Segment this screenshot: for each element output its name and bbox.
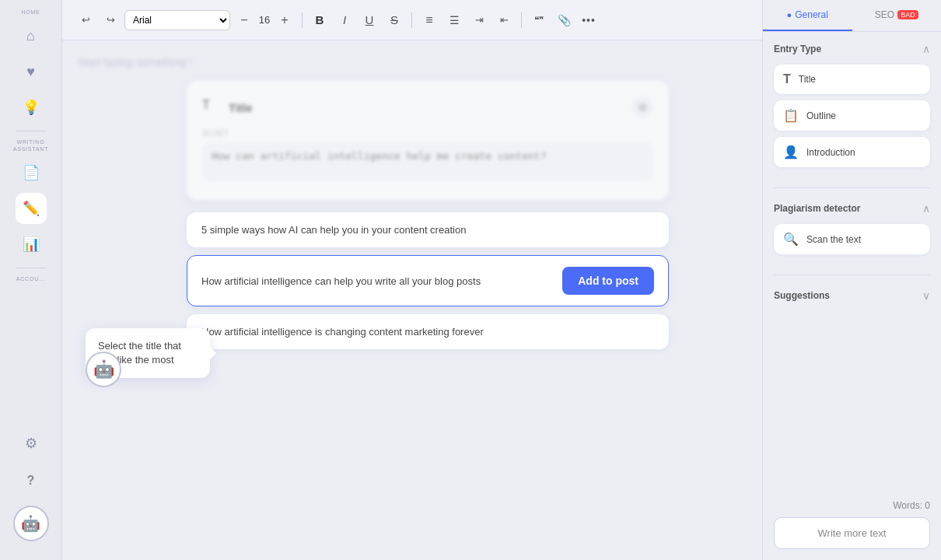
align-button[interactable]: ≡ [418, 9, 440, 31]
help-icon[interactable]: ? [16, 465, 47, 496]
plagiarism-header: Plagiarism detector ∧ [774, 202, 930, 215]
quote-button[interactable]: ❝❞ [528, 9, 550, 31]
toolbar-sep-1 [302, 12, 303, 28]
write-more-button[interactable]: Write more text [774, 517, 930, 549]
entry-type-title: Entry Type [774, 44, 821, 54]
rp-divider-1 [774, 187, 930, 188]
toolbar-sep-2 [411, 12, 412, 28]
outdent-button[interactable]: ⇤ [493, 9, 515, 31]
font-size-value: 16 [257, 14, 272, 26]
toolbar: ↩ ↪ Arial Times New Roman Georgia − 16 +… [62, 0, 762, 40]
tab-general-label: General [795, 9, 828, 20]
font-family-select[interactable]: Arial Times New Roman Georgia [124, 10, 230, 30]
main-area: ↩ ↪ Arial Times New Roman Georgia − 16 +… [62, 0, 762, 560]
writing-assistant-label: WRITING ASSISTANT [13, 139, 49, 152]
plagiarism-toggle[interactable]: ∧ [922, 202, 930, 215]
ai-card-subject-input[interactable]: How can artificial intelligence help me … [202, 142, 653, 181]
toolbar-sep-3 [521, 12, 522, 28]
font-size-decrease-button[interactable]: − [233, 9, 255, 31]
entry-type-outline-item[interactable]: 📋 Outline [774, 100, 930, 131]
plagiarism-title: Plagiarism detector [774, 203, 860, 214]
suggestion-text-2: How artificial intelligence can help you… [201, 275, 481, 287]
scan-icon: 🔍 [783, 232, 799, 247]
entry-type-title-icon: T [783, 72, 791, 86]
editor-area[interactable]: Start typing something ! T Title ⚙ SUJET… [62, 40, 762, 560]
home-label: HOME [21, 9, 40, 16]
redo-button[interactable]: ↪ [100, 9, 121, 31]
bold-button[interactable]: B [309, 9, 331, 31]
indent-button[interactable]: ⇥ [468, 9, 490, 31]
suggestions-title: Suggestions [774, 290, 830, 301]
sidebar-bottom: ⚙ ? 🤖 [13, 428, 49, 551]
entry-type-title-item[interactable]: T Title [774, 65, 930, 94]
seo-badge: BAD [897, 10, 918, 19]
suggestion-item-2[interactable]: How artificial intelligence can help you… [187, 255, 669, 306]
entry-type-intro-item[interactable]: 👤 Introduction [774, 137, 930, 167]
suggestion-text-3: How artificial intelligence is changing … [201, 326, 484, 338]
entry-type-outline-label: Outline [806, 110, 836, 121]
chart-icon[interactable]: 📊 [16, 229, 47, 260]
words-count: Words: 0 [774, 500, 930, 511]
suggestions-section: Suggestions ∨ [763, 278, 941, 322]
plagiarism-section: Plagiarism detector ∧ 🔍 Scan the text [763, 191, 941, 271]
suggestion-text-1: 5 simple ways how AI can help you in you… [201, 224, 466, 236]
heart-icon[interactable]: ♥ [16, 56, 47, 87]
settings-icon[interactable]: ⚙ [16, 428, 47, 459]
entry-type-toggle[interactable]: ∧ [922, 43, 930, 55]
more-button[interactable]: ••• [578, 9, 600, 31]
editor-placeholder: Start typing something ! [78, 56, 747, 68]
ai-card-subject-label: SUJET [202, 129, 653, 138]
bulb-icon[interactable]: 💡 [16, 92, 47, 123]
suggestion-item-3[interactable]: How artificial intelligence is changing … [187, 314, 669, 349]
strikethrough-button[interactable]: S [383, 9, 405, 31]
sidebar: HOME ⌂ ♥ 💡 WRITING ASSISTANT 📄 ✏️ 📊 ACCO… [0, 0, 62, 560]
right-panel-tabs: ● General SEO BAD [763, 0, 941, 32]
entry-type-outline-icon: 📋 [783, 108, 799, 123]
ai-card-settings-button[interactable]: ⚙ [631, 96, 653, 118]
font-size-area: − 16 + [233, 9, 296, 31]
suggestions-header: Suggestions ∨ [774, 289, 930, 302]
undo-button[interactable]: ↩ [75, 9, 96, 31]
entry-type-intro-icon: 👤 [783, 145, 799, 159]
sidebar-divider-1 [16, 131, 47, 131]
writing-assistant-avatar[interactable]: 🤖 [86, 352, 121, 387]
tab-seo[interactable]: SEO BAD [852, 0, 942, 31]
ai-card-title: Title [229, 101, 253, 114]
suggestions-toggle[interactable]: ∨ [922, 289, 930, 302]
underline-button[interactable]: U [359, 9, 380, 31]
right-panel: ● General SEO BAD Entry Type ∧ T Title 📋… [762, 0, 941, 560]
ai-card-title-icon: T [202, 98, 221, 117]
list-button[interactable]: ☰ [443, 9, 465, 31]
scan-text-item[interactable]: 🔍 Scan the text [774, 224, 930, 254]
home-icon[interactable]: ⌂ [16, 20, 47, 51]
entry-type-intro-label: Introduction [806, 147, 855, 158]
sidebar-divider-2 [16, 268, 47, 268]
entry-type-header: Entry Type ∧ [774, 43, 930, 55]
add-to-post-button[interactable]: Add to post [562, 267, 654, 295]
attach-button[interactable]: 📎 [553, 9, 575, 31]
rp-divider-2 [774, 275, 930, 275]
right-panel-bottom: Words: 0 Write more text [763, 489, 941, 560]
suggestion-item-1[interactable]: 5 simple ways how AI can help you in you… [187, 212, 669, 247]
tab-general[interactable]: ● General [763, 0, 852, 31]
entry-type-title-label: Title [799, 74, 816, 85]
tab-seo-label: SEO [875, 9, 894, 20]
suggestions-list: 5 simple ways how AI can help you in you… [187, 212, 669, 349]
italic-button[interactable]: I [334, 9, 355, 31]
document-icon[interactable]: 📄 [16, 157, 47, 188]
account-label: ACCOU... [16, 276, 46, 282]
scan-text-label: Scan the text [806, 234, 861, 245]
edit-icon[interactable]: ✏️ [16, 193, 47, 224]
bot-avatar[interactable]: 🤖 [13, 506, 49, 541]
font-size-increase-button[interactable]: + [274, 9, 296, 31]
entry-type-section: Entry Type ∧ T Title 📋 Outline 👤 Introdu… [763, 32, 941, 184]
ai-card-background: T Title ⚙ SUJET How can artificial intel… [187, 81, 669, 200]
